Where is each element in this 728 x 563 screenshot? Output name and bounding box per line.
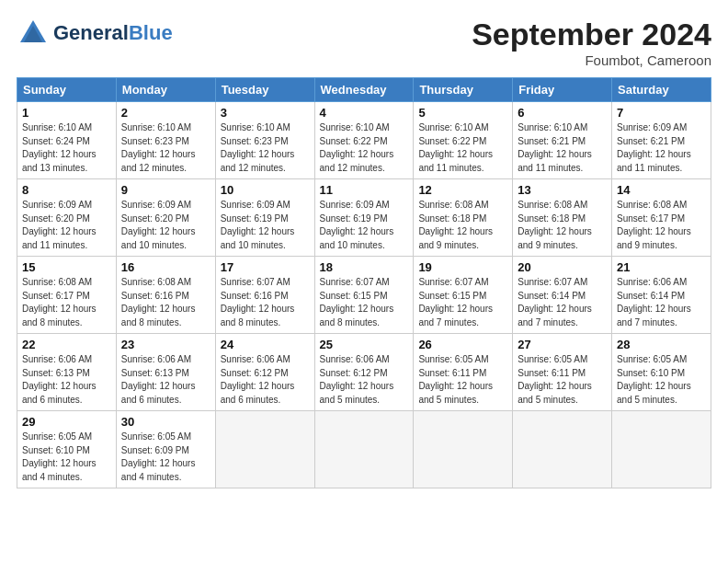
- day-number: 9: [121, 183, 210, 197]
- calendar-cell: 17Sunrise: 6:07 AM Sunset: 6:16 PM Dayli…: [215, 257, 314, 334]
- calendar-cell: 27Sunrise: 6:05 AM Sunset: 6:11 PM Dayli…: [513, 334, 612, 411]
- day-info: Sunrise: 6:08 AM Sunset: 6:17 PM Dayligh…: [617, 199, 706, 252]
- day-info: Sunrise: 6:06 AM Sunset: 6:12 PM Dayligh…: [320, 353, 409, 407]
- calendar-cell: 21Sunrise: 6:06 AM Sunset: 6:14 PM Dayli…: [612, 257, 711, 334]
- calendar: SundayMondayTuesdayWednesdayThursdayFrid…: [17, 77, 711, 488]
- col-header-monday: Monday: [116, 78, 215, 102]
- day-info: Sunrise: 6:06 AM Sunset: 6:14 PM Dayligh…: [617, 276, 706, 329]
- day-number: 22: [22, 338, 111, 351]
- calendar-cell: 10Sunrise: 6:09 AM Sunset: 6:19 PM Dayli…: [215, 179, 314, 257]
- calendar-week-1: 1Sunrise: 6:10 AM Sunset: 6:24 PM Daylig…: [17, 102, 711, 179]
- day-number: 13: [518, 183, 607, 197]
- calendar-cell: 5Sunrise: 6:10 AM Sunset: 6:22 PM Daylig…: [414, 102, 513, 179]
- calendar-cell: 13Sunrise: 6:08 AM Sunset: 6:18 PM Dayli…: [513, 179, 612, 257]
- calendar-cell: [414, 411, 513, 488]
- day-info: Sunrise: 6:07 AM Sunset: 6:15 PM Dayligh…: [418, 276, 507, 329]
- day-number: 12: [418, 183, 507, 197]
- day-info: Sunrise: 6:07 AM Sunset: 6:16 PM Dayligh…: [221, 276, 310, 329]
- day-info: Sunrise: 6:10 AM Sunset: 6:21 PM Dayligh…: [518, 121, 607, 175]
- col-header-saturday: Saturday: [612, 78, 711, 102]
- calendar-cell: 29Sunrise: 6:05 AM Sunset: 6:10 PM Dayli…: [17, 411, 117, 488]
- day-info: Sunrise: 6:05 AM Sunset: 6:11 PM Dayligh…: [418, 353, 507, 407]
- day-number: 15: [22, 260, 111, 274]
- calendar-cell: [612, 411, 711, 488]
- day-info: Sunrise: 6:09 AM Sunset: 6:19 PM Dayligh…: [320, 199, 409, 252]
- day-number: 26: [418, 338, 507, 351]
- title-block: September 2024 Foumbot, Cameroon: [472, 17, 711, 68]
- day-info: Sunrise: 6:07 AM Sunset: 6:15 PM Dayligh…: [320, 276, 409, 329]
- day-number: 27: [518, 338, 607, 351]
- calendar-cell: 22Sunrise: 6:06 AM Sunset: 6:13 PM Dayli…: [17, 334, 117, 411]
- calendar-cell: 19Sunrise: 6:07 AM Sunset: 6:15 PM Dayli…: [414, 257, 513, 334]
- day-info: Sunrise: 6:10 AM Sunset: 6:24 PM Dayligh…: [22, 121, 111, 175]
- calendar-cell: 2Sunrise: 6:10 AM Sunset: 6:23 PM Daylig…: [116, 102, 215, 179]
- calendar-cell: 18Sunrise: 6:07 AM Sunset: 6:15 PM Dayli…: [314, 257, 414, 334]
- day-number: 16: [121, 260, 210, 274]
- calendar-cell: 12Sunrise: 6:08 AM Sunset: 6:18 PM Dayli…: [414, 179, 513, 257]
- col-header-wednesday: Wednesday: [314, 78, 414, 102]
- col-header-thursday: Thursday: [414, 78, 513, 102]
- location: Foumbot, Cameroon: [472, 52, 711, 68]
- day-info: Sunrise: 6:05 AM Sunset: 6:11 PM Dayligh…: [518, 353, 607, 407]
- day-info: Sunrise: 6:08 AM Sunset: 6:16 PM Dayligh…: [121, 276, 210, 329]
- calendar-cell: 11Sunrise: 6:09 AM Sunset: 6:19 PM Dayli…: [314, 179, 414, 257]
- day-number: 7: [617, 106, 706, 120]
- calendar-header-row: SundayMondayTuesdayWednesdayThursdayFrid…: [17, 78, 711, 102]
- day-number: 20: [518, 260, 607, 274]
- calendar-cell: 9Sunrise: 6:09 AM Sunset: 6:20 PM Daylig…: [116, 179, 215, 257]
- day-info: Sunrise: 6:09 AM Sunset: 6:19 PM Dayligh…: [221, 199, 310, 252]
- calendar-cell: 28Sunrise: 6:05 AM Sunset: 6:10 PM Dayli…: [612, 334, 711, 411]
- day-number: 3: [221, 106, 310, 120]
- day-info: Sunrise: 6:10 AM Sunset: 6:22 PM Dayligh…: [418, 121, 507, 175]
- day-info: Sunrise: 6:09 AM Sunset: 6:20 PM Dayligh…: [121, 199, 210, 252]
- calendar-cell: [314, 411, 414, 488]
- day-number: 17: [221, 260, 310, 274]
- day-number: 18: [320, 260, 409, 274]
- day-number: 1: [22, 106, 111, 120]
- calendar-cell: 25Sunrise: 6:06 AM Sunset: 6:12 PM Dayli…: [314, 334, 414, 411]
- calendar-cell: 1Sunrise: 6:10 AM Sunset: 6:24 PM Daylig…: [17, 102, 117, 179]
- calendar-cell: 23Sunrise: 6:06 AM Sunset: 6:13 PM Dayli…: [116, 334, 215, 411]
- day-number: 21: [617, 260, 706, 274]
- day-number: 11: [320, 183, 409, 197]
- day-info: Sunrise: 6:10 AM Sunset: 6:22 PM Dayligh…: [320, 121, 409, 175]
- calendar-cell: 7Sunrise: 6:09 AM Sunset: 6:21 PM Daylig…: [612, 102, 711, 179]
- calendar-cell: 8Sunrise: 6:09 AM Sunset: 6:20 PM Daylig…: [17, 179, 117, 257]
- calendar-cell: 3Sunrise: 6:10 AM Sunset: 6:23 PM Daylig…: [215, 102, 314, 179]
- day-info: Sunrise: 6:06 AM Sunset: 6:12 PM Dayligh…: [221, 353, 310, 407]
- day-info: Sunrise: 6:06 AM Sunset: 6:13 PM Dayligh…: [121, 353, 210, 407]
- day-info: Sunrise: 6:05 AM Sunset: 6:10 PM Dayligh…: [22, 431, 111, 484]
- day-number: 5: [418, 106, 507, 120]
- col-header-tuesday: Tuesday: [215, 78, 314, 102]
- calendar-cell: 4Sunrise: 6:10 AM Sunset: 6:22 PM Daylig…: [314, 102, 414, 179]
- col-header-sunday: Sunday: [17, 78, 117, 102]
- calendar-week-4: 22Sunrise: 6:06 AM Sunset: 6:13 PM Dayli…: [17, 334, 711, 411]
- calendar-cell: 26Sunrise: 6:05 AM Sunset: 6:11 PM Dayli…: [414, 334, 513, 411]
- day-number: 24: [221, 338, 310, 351]
- day-number: 10: [221, 183, 310, 197]
- day-info: Sunrise: 6:09 AM Sunset: 6:21 PM Dayligh…: [617, 121, 706, 175]
- day-number: 23: [121, 338, 210, 351]
- calendar-cell: 20Sunrise: 6:07 AM Sunset: 6:14 PM Dayli…: [513, 257, 612, 334]
- month-title: September 2024: [472, 17, 711, 52]
- day-info: Sunrise: 6:08 AM Sunset: 6:17 PM Dayligh…: [22, 276, 111, 329]
- calendar-week-2: 8Sunrise: 6:09 AM Sunset: 6:20 PM Daylig…: [17, 179, 711, 257]
- calendar-week-3: 15Sunrise: 6:08 AM Sunset: 6:17 PM Dayli…: [17, 257, 711, 334]
- day-info: Sunrise: 6:09 AM Sunset: 6:20 PM Dayligh…: [22, 199, 111, 252]
- calendar-cell: 14Sunrise: 6:08 AM Sunset: 6:17 PM Dayli…: [612, 179, 711, 257]
- day-number: 28: [617, 338, 706, 351]
- day-info: Sunrise: 6:10 AM Sunset: 6:23 PM Dayligh…: [221, 121, 310, 175]
- header: GeneralBlue September 2024 Foumbot, Came…: [17, 17, 711, 68]
- calendar-week-5: 29Sunrise: 6:05 AM Sunset: 6:10 PM Dayli…: [17, 411, 711, 488]
- day-number: 8: [22, 183, 111, 197]
- day-number: 6: [518, 106, 607, 120]
- day-info: Sunrise: 6:10 AM Sunset: 6:23 PM Dayligh…: [121, 121, 210, 175]
- day-info: Sunrise: 6:05 AM Sunset: 6:09 PM Dayligh…: [121, 431, 210, 484]
- day-number: 19: [418, 260, 507, 274]
- calendar-cell: [513, 411, 612, 488]
- calendar-cell: 30Sunrise: 6:05 AM Sunset: 6:09 PM Dayli…: [116, 411, 215, 488]
- logo-text: GeneralBlue: [53, 21, 173, 45]
- day-number: 14: [617, 183, 706, 197]
- calendar-cell: [215, 411, 314, 488]
- day-number: 25: [320, 338, 409, 351]
